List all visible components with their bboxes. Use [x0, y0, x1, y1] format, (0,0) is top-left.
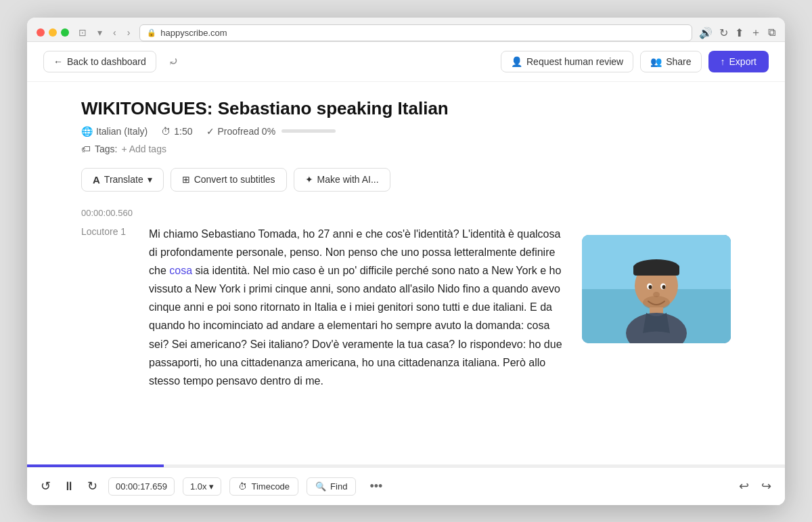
share-icon-button[interactable]: ⤾	[164, 50, 183, 73]
language-label: Italian (Italy)	[96, 126, 148, 137]
new-tab-icon[interactable]: ＋	[750, 26, 761, 40]
tag-icon: 🏷	[81, 144, 91, 154]
timecode-icon: ⏱	[238, 481, 247, 492]
header-left: ← Back to dashboard ⤾	[43, 50, 183, 73]
proofread-meta: ✓ Proofread 0%	[206, 126, 336, 137]
progress-bar-fill	[27, 464, 164, 467]
human-review-icon: 👤	[511, 56, 522, 67]
tags-label: Tags:	[95, 144, 117, 154]
speaker-block: Locutore 1 Mi chiamo Sebastiano Tomada, …	[81, 225, 566, 391]
playbar: ↺ ⏸ ↻ 00:00:17.659 1.0x ▾ ⏱ Timecode 🔍	[27, 467, 785, 505]
speed-label: 1.0x	[190, 481, 207, 492]
redo-icon: ↪	[761, 479, 771, 493]
browser-chrome: ⊡ ▾ ‹ › 🔒 happyscribe.com 🔊 ↻ ⬆ ＋ ⧉	[27, 18, 785, 42]
search-icon: 🔍	[315, 481, 326, 492]
add-tags-label: Add tags	[129, 144, 166, 154]
document-meta: 🌐 Italian (Italy) ⏱ 1:50 ✓ Proofread 0%	[81, 126, 731, 137]
svg-rect-4	[633, 265, 679, 276]
transcript-thumbnail	[582, 235, 731, 343]
pause-icon: ⏸	[63, 479, 75, 493]
back-label: Back to dashboard	[67, 56, 146, 67]
playbar-right: ↩ ↪	[736, 476, 774, 496]
make-ai-button[interactable]: ✦ Make with AI...	[294, 168, 390, 192]
ai-icon: ✦	[305, 174, 313, 185]
close-button[interactable]	[37, 28, 45, 37]
speed-button[interactable]: 1.0x ▾	[183, 477, 222, 496]
chevron-down-icon: ▾	[209, 481, 214, 492]
timecode-label: Timecode	[251, 481, 290, 492]
add-tags-button[interactable]: + Add tags	[121, 144, 166, 154]
pause-button[interactable]: ⏸	[60, 477, 78, 496]
traffic-lights	[37, 28, 69, 37]
share-button[interactable]: 👥 Share	[640, 51, 701, 72]
convert-subtitles-label: Convert to subtitles	[194, 174, 275, 185]
people-icon: 👥	[650, 56, 662, 67]
minimize-button[interactable]	[49, 28, 57, 37]
share-icon: ⤾	[168, 55, 179, 68]
browser-controls: ⊡ ▾ ‹ ›	[76, 26, 133, 39]
clock-icon: ⏱	[161, 126, 171, 137]
document-title: WIKITONGUES: Sebastiano speaking Italian	[81, 98, 731, 119]
proofread-progress-bar	[281, 129, 336, 133]
duration-meta: ⏱ 1:50	[161, 126, 192, 137]
back-arrow-icon: ←	[53, 56, 63, 67]
share-label: Share	[666, 56, 691, 67]
replay-button[interactable]: ↺	[38, 476, 53, 496]
header-right: 👤 Request human review 👥 Share ↑ Export	[501, 51, 769, 72]
find-button[interactable]: 🔍 Find	[307, 477, 356, 496]
translate-icon: A	[93, 174, 100, 186]
progress-bar-container	[27, 464, 785, 467]
action-buttons: A Translate ▾ ⊞ Convert to subtitles ✦ M…	[81, 168, 731, 192]
export-icon: ↑	[721, 56, 725, 67]
forward-button[interactable]: ↻	[85, 476, 100, 496]
language-meta: 🌐 Italian (Italy)	[81, 126, 148, 137]
timecode-button[interactable]: ⏱ Timecode	[229, 477, 298, 496]
transcript-text-after: sia identità. Nel mio caso è un po' diff…	[149, 265, 562, 387]
translate-label: Translate	[104, 174, 143, 185]
app-content: ← Back to dashboard ⤾ 👤 Request human re…	[27, 42, 785, 505]
export-label: Export	[729, 56, 757, 67]
svg-point-7	[649, 285, 652, 289]
document-tags: 🏷 Tags: + Add tags	[81, 144, 731, 154]
make-ai-label: Make with AI...	[317, 174, 379, 185]
forward-navigation-button[interactable]: ›	[125, 26, 133, 39]
editor-top: WIKITONGUES: Sebastiano speaking Italian…	[27, 82, 785, 208]
app-header: ← Back to dashboard ⤾ 👤 Request human re…	[27, 42, 785, 82]
subtitles-icon: ⊞	[182, 174, 190, 185]
duration-label: 1:50	[174, 126, 192, 137]
chevron-down-icon[interactable]: ▾	[95, 26, 105, 39]
timestamp: 00:00:00.560	[81, 208, 566, 218]
browser-window: ⊡ ▾ ‹ › 🔒 happyscribe.com 🔊 ↻ ⬆ ＋ ⧉	[27, 18, 785, 505]
transcript-wrapper: 00:00:00.560 Locutore 1 Mi chiamo Sebast…	[27, 208, 785, 464]
sidebar-toggle-button[interactable]: ⊡	[76, 26, 89, 39]
export-button[interactable]: ↑ Export	[708, 51, 769, 72]
undo-icon: ↩	[739, 479, 749, 493]
share-browser-icon[interactable]: ⬆	[735, 26, 744, 39]
back-to-dashboard-button[interactable]: ← Back to dashboard	[43, 51, 156, 72]
audio-icon: 🔊	[699, 26, 713, 39]
check-icon: ✓	[206, 126, 215, 137]
duplicate-tab-icon[interactable]: ⧉	[768, 26, 775, 39]
find-label: Find	[330, 481, 347, 492]
request-review-button[interactable]: 👤 Request human review	[501, 51, 633, 72]
lock-icon: 🔒	[147, 28, 156, 37]
address-bar[interactable]: 🔒 happyscribe.com	[139, 24, 692, 41]
translate-button[interactable]: A Translate ▾	[81, 168, 164, 192]
refresh-icon[interactable]: ↻	[719, 26, 728, 39]
fullscreen-button[interactable]	[61, 28, 69, 37]
request-review-label: Request human review	[526, 56, 623, 67]
editor-area: WIKITONGUES: Sebastiano speaking Italian…	[27, 82, 785, 467]
time-display: 00:00:17.659	[108, 477, 175, 496]
redo-button[interactable]: ↪	[759, 476, 774, 496]
convert-subtitles-button[interactable]: ⊞ Convert to subtitles	[171, 168, 287, 192]
transcript-main: 00:00:00.560 Locutore 1 Mi chiamo Sebast…	[81, 208, 566, 464]
back-navigation-button[interactable]: ‹	[110, 26, 119, 39]
transcript-text[interactable]: Mi chiamo Sebastiano Tomada, ho 27 anni …	[149, 225, 566, 391]
speaker-label: Locutore 1	[81, 225, 135, 391]
forward-icon: ↻	[87, 479, 97, 493]
plus-icon: +	[121, 144, 127, 154]
chevron-down-icon: ▾	[148, 174, 152, 185]
undo-button[interactable]: ↩	[736, 476, 752, 496]
transcript-highlight-word: cosa	[169, 265, 192, 276]
more-options-button[interactable]: •••	[364, 477, 388, 496]
